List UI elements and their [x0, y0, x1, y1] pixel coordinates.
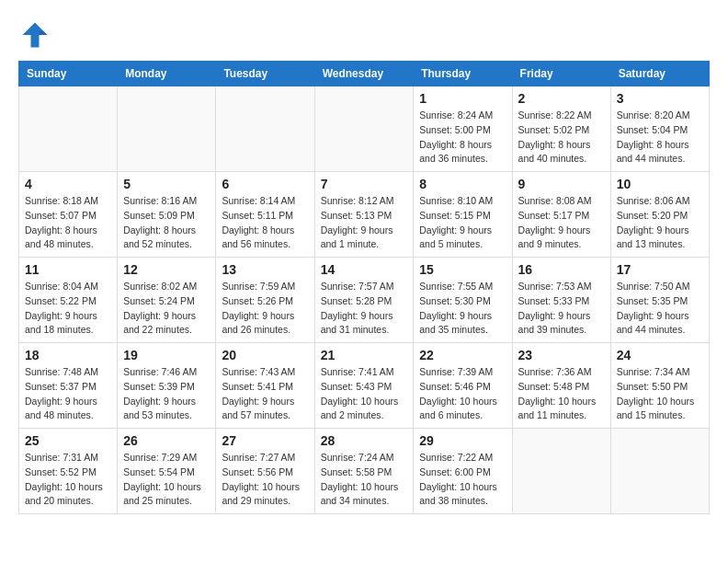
calendar-cell: 9Sunrise: 8:08 AM Sunset: 5:17 PM Daylig…: [512, 172, 610, 258]
day-number: 21: [321, 348, 408, 362]
weekday-header-sunday: Sunday: [19, 62, 118, 86]
logo-icon: [18, 18, 51, 52]
calendar-cell: 20Sunrise: 7:43 AM Sunset: 5:41 PM Dayli…: [216, 343, 314, 429]
weekday-header-monday: Monday: [118, 62, 216, 86]
day-info: Sunrise: 7:50 AM Sunset: 5:35 PM Dayligh…: [617, 280, 703, 338]
day-number: 27: [222, 433, 308, 448]
calendar-cell: 23Sunrise: 7:36 AM Sunset: 5:48 PM Dayli…: [512, 343, 610, 429]
day-number: 3: [617, 91, 703, 106]
day-number: 28: [321, 433, 408, 448]
day-number: 1: [419, 91, 506, 106]
calendar-cell: 3Sunrise: 8:20 AM Sunset: 5:04 PM Daylig…: [610, 86, 709, 172]
day-info: Sunrise: 7:31 AM Sunset: 5:52 PM Dayligh…: [25, 451, 111, 509]
calendar-cell: 15Sunrise: 7:55 AM Sunset: 5:30 PM Dayli…: [414, 258, 512, 343]
calendar-cell: 13Sunrise: 7:59 AM Sunset: 5:26 PM Dayli…: [216, 258, 314, 343]
day-number: 24: [617, 348, 703, 362]
calendar-cell: 28Sunrise: 7:24 AM Sunset: 5:58 PM Dayli…: [314, 429, 414, 514]
day-info: Sunrise: 7:57 AM Sunset: 5:28 PM Dayligh…: [321, 280, 408, 338]
day-number: 7: [321, 177, 408, 191]
day-number: 2: [518, 91, 605, 106]
day-info: Sunrise: 7:36 AM Sunset: 5:48 PM Dayligh…: [518, 365, 605, 423]
calendar-cell: 24Sunrise: 7:34 AM Sunset: 5:50 PM Dayli…: [610, 343, 709, 429]
weekday-header-saturday: Saturday: [610, 62, 709, 86]
calendar-cell: 11Sunrise: 8:04 AM Sunset: 5:22 PM Dayli…: [19, 258, 118, 343]
calendar-cell: [19, 86, 118, 172]
calendar-week-3: 11Sunrise: 8:04 AM Sunset: 5:22 PM Dayli…: [19, 258, 710, 343]
calendar-week-2: 4Sunrise: 8:18 AM Sunset: 5:07 PM Daylig…: [19, 172, 710, 258]
day-number: 25: [25, 433, 111, 448]
day-info: Sunrise: 8:06 AM Sunset: 5:20 PM Dayligh…: [617, 194, 703, 252]
day-info: Sunrise: 8:22 AM Sunset: 5:02 PM Dayligh…: [518, 109, 605, 167]
day-info: Sunrise: 7:43 AM Sunset: 5:41 PM Dayligh…: [222, 365, 308, 423]
day-info: Sunrise: 8:10 AM Sunset: 5:15 PM Dayligh…: [419, 194, 506, 252]
logo: [18, 18, 57, 52]
day-info: Sunrise: 7:55 AM Sunset: 5:30 PM Dayligh…: [419, 280, 506, 338]
calendar-cell: 8Sunrise: 8:10 AM Sunset: 5:15 PM Daylig…: [414, 172, 512, 258]
day-number: 6: [222, 177, 308, 191]
calendar-week-1: 1Sunrise: 8:24 AM Sunset: 5:00 PM Daylig…: [19, 86, 710, 172]
calendar-cell: 18Sunrise: 7:48 AM Sunset: 5:37 PM Dayli…: [19, 343, 118, 429]
day-number: 17: [617, 262, 703, 277]
day-info: Sunrise: 7:53 AM Sunset: 5:33 PM Dayligh…: [518, 280, 605, 338]
calendar-cell: 1Sunrise: 8:24 AM Sunset: 5:00 PM Daylig…: [414, 86, 512, 172]
calendar-cell: 25Sunrise: 7:31 AM Sunset: 5:52 PM Dayli…: [19, 429, 118, 514]
calendar-cell: 10Sunrise: 8:06 AM Sunset: 5:20 PM Dayli…: [610, 172, 709, 258]
calendar-cell: 22Sunrise: 7:39 AM Sunset: 5:46 PM Dayli…: [414, 343, 512, 429]
day-info: Sunrise: 8:18 AM Sunset: 5:07 PM Dayligh…: [25, 194, 111, 252]
calendar-body: 1Sunrise: 8:24 AM Sunset: 5:00 PM Daylig…: [19, 86, 710, 514]
day-number: 4: [25, 177, 111, 191]
day-number: 22: [419, 348, 506, 362]
calendar-week-4: 18Sunrise: 7:48 AM Sunset: 5:37 PM Dayli…: [19, 343, 710, 429]
day-info: Sunrise: 7:29 AM Sunset: 5:54 PM Dayligh…: [123, 451, 210, 509]
calendar-cell: 21Sunrise: 7:41 AM Sunset: 5:43 PM Dayli…: [314, 343, 414, 429]
day-number: 20: [222, 348, 308, 362]
weekday-header-friday: Friday: [512, 62, 610, 86]
calendar-cell: 6Sunrise: 8:14 AM Sunset: 5:11 PM Daylig…: [216, 172, 314, 258]
calendar-cell: 26Sunrise: 7:29 AM Sunset: 5:54 PM Dayli…: [118, 429, 216, 514]
calendar-week-5: 25Sunrise: 7:31 AM Sunset: 5:52 PM Dayli…: [19, 429, 710, 514]
calendar-cell: 16Sunrise: 7:53 AM Sunset: 5:33 PM Dayli…: [512, 258, 610, 343]
day-number: 10: [617, 177, 703, 191]
calendar-cell: 17Sunrise: 7:50 AM Sunset: 5:35 PM Dayli…: [610, 258, 709, 343]
day-number: 11: [25, 262, 111, 277]
weekday-header-thursday: Thursday: [414, 62, 512, 86]
day-info: Sunrise: 7:59 AM Sunset: 5:26 PM Dayligh…: [222, 280, 308, 338]
day-info: Sunrise: 7:34 AM Sunset: 5:50 PM Dayligh…: [617, 365, 703, 423]
calendar-cell: [610, 429, 709, 514]
calendar-cell: 2Sunrise: 8:22 AM Sunset: 5:02 PM Daylig…: [512, 86, 610, 172]
day-info: Sunrise: 8:24 AM Sunset: 5:00 PM Dayligh…: [419, 109, 506, 167]
calendar-cell: 19Sunrise: 7:46 AM Sunset: 5:39 PM Dayli…: [118, 343, 216, 429]
day-info: Sunrise: 7:46 AM Sunset: 5:39 PM Dayligh…: [123, 365, 210, 423]
day-info: Sunrise: 8:14 AM Sunset: 5:11 PM Dayligh…: [222, 194, 308, 252]
calendar-header: SundayMondayTuesdayWednesdayThursdayFrid…: [19, 62, 710, 86]
day-number: 15: [419, 262, 506, 277]
day-info: Sunrise: 7:41 AM Sunset: 5:43 PM Dayligh…: [321, 365, 408, 423]
day-number: 14: [321, 262, 408, 277]
day-number: 12: [123, 262, 210, 277]
day-number: 5: [123, 177, 210, 191]
calendar-table: SundayMondayTuesdayWednesdayThursdayFrid…: [18, 61, 710, 514]
day-number: 19: [123, 348, 210, 362]
day-info: Sunrise: 8:20 AM Sunset: 5:04 PM Dayligh…: [617, 109, 703, 167]
day-info: Sunrise: 8:16 AM Sunset: 5:09 PM Dayligh…: [123, 194, 210, 252]
calendar-cell: 27Sunrise: 7:27 AM Sunset: 5:56 PM Dayli…: [216, 429, 314, 514]
calendar-cell: [512, 429, 610, 514]
day-number: 18: [25, 348, 111, 362]
weekday-header-tuesday: Tuesday: [216, 62, 314, 86]
day-info: Sunrise: 8:08 AM Sunset: 5:17 PM Dayligh…: [518, 194, 605, 252]
calendar-cell: [118, 86, 216, 172]
day-number: 13: [222, 262, 308, 277]
calendar-cell: 5Sunrise: 8:16 AM Sunset: 5:09 PM Daylig…: [118, 172, 216, 258]
day-info: Sunrise: 8:12 AM Sunset: 5:13 PM Dayligh…: [321, 194, 408, 252]
calendar-cell: 7Sunrise: 8:12 AM Sunset: 5:13 PM Daylig…: [314, 172, 414, 258]
weekday-header-wednesday: Wednesday: [314, 62, 414, 86]
day-number: 9: [518, 177, 605, 191]
day-info: Sunrise: 7:48 AM Sunset: 5:37 PM Dayligh…: [25, 365, 111, 423]
day-info: Sunrise: 8:04 AM Sunset: 5:22 PM Dayligh…: [25, 280, 111, 338]
day-number: 29: [419, 433, 506, 448]
day-info: Sunrise: 7:39 AM Sunset: 5:46 PM Dayligh…: [419, 365, 506, 423]
day-info: Sunrise: 8:02 AM Sunset: 5:24 PM Dayligh…: [123, 280, 210, 338]
day-number: 16: [518, 262, 605, 277]
day-number: 23: [518, 348, 605, 362]
calendar-cell: 4Sunrise: 8:18 AM Sunset: 5:07 PM Daylig…: [19, 172, 118, 258]
